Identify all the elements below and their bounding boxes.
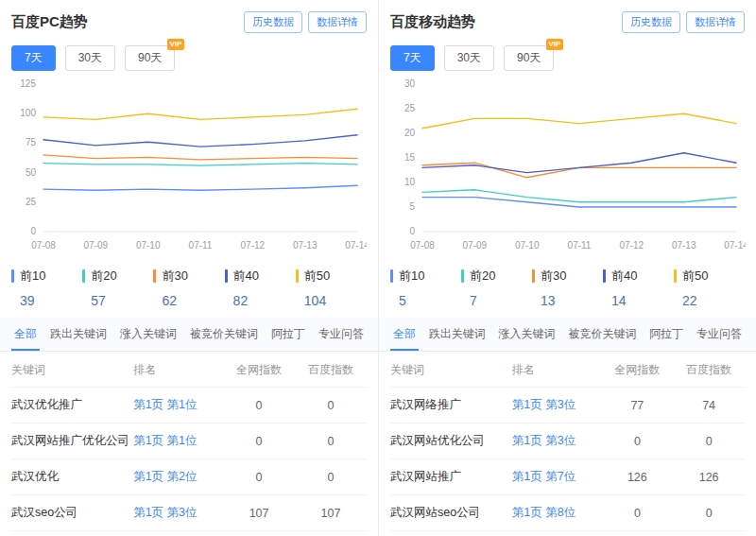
rank-link[interactable]: 第1页 第3位 (512, 398, 576, 411)
rank-link[interactable]: 第1页 第3位 (133, 506, 197, 519)
vip-badge: VIP (546, 39, 564, 50)
legend-label: 前30 (162, 268, 187, 285)
rank-cell: 第1页 第3位 (512, 433, 602, 449)
range-tab-90d[interactable]: 90天VIP (504, 45, 554, 71)
series-line-前20 (43, 164, 357, 166)
filter-tab-dropped-keywords[interactable]: 跌出关键词 (47, 318, 110, 351)
table-row: 武汉seo公司第1页 第3位107107 (11, 494, 367, 530)
x-axis-tick: 07-13 (672, 240, 696, 251)
x-axis-tick: 07-08 (410, 240, 435, 251)
legend-label-row: 前30 (532, 268, 603, 285)
filter-tabs: 全部跌出关键词涨入关键词被竞价关键词阿拉丁专业问答 (0, 318, 378, 352)
legend-label-row: 前50 (296, 268, 367, 285)
table-row: 武汉网站seo公司第1页 第8位00 (390, 494, 745, 530)
table-body: 武汉优化推广第1页 第1位00武汉网站推广优化公司第1页 第1位00武汉优化第1… (11, 387, 367, 536)
legend-label: 前20 (470, 268, 495, 285)
range-tab-30d[interactable]: 30天 (444, 45, 494, 71)
legend-item-前20[interactable]: 前2057 (82, 268, 153, 308)
filter-tab-aladdin[interactable]: 阿拉丁 (646, 318, 686, 351)
baidu-index-cell: 0 (673, 435, 745, 448)
legend-label-row: 前20 (461, 268, 532, 285)
history-data-button[interactable]: 历史数据 (622, 11, 680, 33)
y-axis-tick: 30 (404, 78, 416, 89)
keyword-cell: 武汉网络推广 (390, 397, 512, 413)
legend-item-前20[interactable]: 前207 (461, 268, 532, 308)
table-row: 武汉优化推广第1页 第1位00 (11, 387, 367, 423)
legend-value: 82 (233, 293, 296, 308)
range-tab-30d[interactable]: 30天 (65, 45, 115, 71)
legend-color-bar (225, 269, 228, 283)
series-line-前10 (43, 185, 357, 190)
trend-line-chart: 05101520253007-0807-0907-1007-1107-1207-… (390, 75, 746, 256)
x-axis-tick: 07-10 (136, 240, 161, 251)
filter-tab-dropped-keywords[interactable]: 跌出关键词 (426, 318, 489, 351)
filter-tab-risen-keywords[interactable]: 涨入关键词 (496, 318, 558, 351)
y-axis-tick: 50 (26, 167, 37, 178)
history-data-button[interactable]: 历史数据 (244, 11, 302, 33)
series-line-前20 (422, 190, 736, 202)
legend-color-bar (532, 269, 535, 283)
rank-link[interactable]: 第1页 第7位 (512, 470, 576, 483)
rank-link[interactable]: 第1页 第1位 (133, 398, 197, 411)
table-header-cell: 关键词 (11, 362, 133, 378)
filter-tab-risen-keywords[interactable]: 涨入关键词 (117, 318, 180, 351)
table-header-cell: 全网指数 (601, 362, 673, 378)
rank-link[interactable]: 第1页 第3位 (512, 434, 576, 447)
y-axis-tick: 15 (404, 152, 416, 163)
table-header-cell: 百度指数 (673, 362, 745, 378)
filter-tabs: 全部跌出关键词涨入关键词被竞价关键词阿拉丁专业问答 (379, 318, 756, 352)
legend-item-前10[interactable]: 前1039 (11, 268, 82, 308)
legend-item-前30[interactable]: 前3013 (532, 268, 603, 308)
legend-label: 前50 (682, 268, 708, 285)
legend-item-前40[interactable]: 前4082 (225, 268, 296, 308)
legend-item-前10[interactable]: 前105 (390, 268, 461, 308)
rank-link[interactable]: 第1页 第1位 (133, 434, 197, 447)
legend-item-前50[interactable]: 前50104 (296, 268, 367, 308)
filter-tab-all[interactable]: 全部 (390, 318, 419, 351)
keyword-cell: 武汉优化推广 (11, 397, 133, 413)
rank-link[interactable]: 第1页 第8位 (512, 506, 576, 519)
filter-tab-bid-keywords[interactable]: 被竞价关键词 (187, 318, 261, 351)
filter-tab-bid-keywords[interactable]: 被竞价关键词 (565, 318, 639, 351)
legend-label-row: 前50 (674, 268, 745, 285)
legend-value: 104 (304, 293, 367, 308)
x-axis-tick: 07-11 (189, 240, 213, 251)
y-axis-tick: 0 (30, 226, 36, 236)
table-body: 武汉网络推广第1页 第3位7774武汉网站优化公司第1页 第3位00武汉网站推广… (390, 387, 745, 536)
vip-badge: VIP (167, 39, 185, 50)
legend-label: 前10 (399, 268, 424, 285)
table-row: seo武汉第1页 第3位00 (11, 530, 367, 536)
legend-label-row: 前40 (225, 268, 296, 285)
rank-link[interactable]: 第1页 第2位 (133, 470, 197, 483)
legend-label-row: 前40 (603, 268, 674, 285)
y-axis-tick: 75 (26, 137, 37, 147)
legend-item-前30[interactable]: 前3062 (153, 268, 224, 308)
data-detail-button[interactable]: 数据详情 (308, 11, 367, 33)
legend-item-前50[interactable]: 前5022 (674, 268, 745, 308)
x-axis-tick: 07-09 (463, 240, 488, 251)
legend-item-前40[interactable]: 前4014 (603, 268, 674, 308)
filter-tab-all[interactable]: 全部 (11, 318, 40, 351)
range-tab-90d[interactable]: 90天VIP (125, 45, 175, 71)
data-detail-button[interactable]: 数据详情 (686, 11, 745, 33)
rank-cell: 第1页 第3位 (133, 505, 223, 521)
panel-header: 百度PC趋势 历史数据数据详情 (11, 9, 367, 34)
series-line-前50 (43, 109, 357, 119)
legend-color-bar (461, 269, 464, 283)
filter-tab-pro-qa[interactable]: 专业问答 (694, 318, 745, 351)
filter-tab-pro-qa[interactable]: 专业问答 (316, 318, 367, 351)
range-tab-7d[interactable]: 7天 (11, 45, 56, 71)
table-row: 武汉网站优化公司第1页 第3位00 (390, 423, 745, 458)
legend-color-bar (603, 269, 606, 283)
legend-color-bar (674, 269, 677, 283)
x-axis-tick: 07-12 (241, 240, 266, 251)
legend-color-bar (296, 269, 299, 283)
net-index-cell: 0 (223, 435, 295, 448)
x-axis-tick: 07-14 (724, 240, 746, 251)
keyword-cell: 武汉优化 (11, 469, 133, 485)
range-tabs: 7天30天90天VIP (11, 45, 367, 71)
filter-tab-aladdin[interactable]: 阿拉丁 (268, 318, 308, 351)
legend-label: 前40 (233, 268, 259, 285)
y-axis-tick: 0 (409, 226, 415, 236)
range-tab-7d[interactable]: 7天 (390, 45, 435, 71)
